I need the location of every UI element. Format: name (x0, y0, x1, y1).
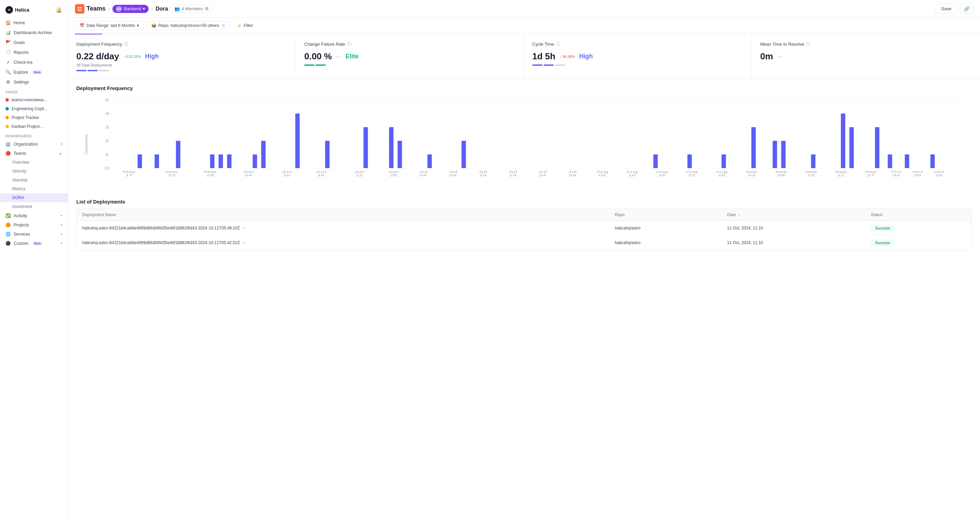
x-label-9: Jul (449, 170, 457, 174)
dashboard-header-organization[interactable]: 🏢Organization▾ (0, 139, 68, 149)
top-header: Teams › BA Backend ▾ › Dora 👥 4 Members … (68, 0, 980, 18)
x-label-13-day: 29 (569, 174, 576, 177)
sidebar-saved-items: teams>overviewa...Engineering Copil...Pr… (0, 96, 68, 131)
deploy-repo-0: haticahq/astro (609, 221, 722, 236)
saved-item-teams-overview[interactable]: teams>overviewa... (0, 96, 68, 104)
bar-2 (176, 141, 180, 168)
dashboard-header-custom[interactable]: ⚫CustomBeta▾ (0, 239, 68, 248)
bar-6 (253, 155, 257, 168)
table-row: haticahq-astro-84221b4ca8de4899d86d08fd3… (77, 236, 972, 250)
goals-label: Goals (14, 40, 25, 45)
sidebar-sub-overview[interactable]: Overview (0, 158, 68, 167)
x-label-8: Jul (419, 170, 427, 174)
sidebar-sub-metrics[interactable]: Metrics (0, 185, 68, 193)
bar-18 (751, 127, 756, 168)
sidebar-sub-dora[interactable]: DORA (0, 193, 68, 202)
sidebar-item-settings[interactable]: ⚙Settings (0, 77, 68, 87)
mean-time-resolve-info[interactable]: ⓘ (806, 41, 810, 47)
deploy-link-0[interactable]: haticahq-astro-84221b4ca8de4899d86d08fd3… (82, 226, 240, 230)
bar-24 (875, 127, 880, 168)
cycle-time-info[interactable]: ⓘ (556, 41, 560, 47)
sidebar-dashboard-items: 🏢Organization▾🔴Teams▲OverviewVelocitySta… (0, 139, 68, 248)
page-content: Deployment Frequency ⓘ 0.22 d/day ↑ 633.… (68, 34, 980, 523)
date-range-filter[interactable]: 📅 Date Range: last 6 Months ▾ (75, 21, 143, 30)
x-label-15-day: 10 (628, 174, 636, 177)
change-failure-rate-badge: Elite (345, 52, 358, 61)
deploy-link-1[interactable]: haticahq-astro-84221b4ca8de4899d86d08fd3… (82, 240, 240, 245)
x-label-16: Aug (656, 170, 668, 174)
backend-badge[interactable]: BA Backend ▾ (113, 5, 149, 13)
deployment-frequency-indicator (76, 70, 288, 71)
sidebar-sub-standup[interactable]: Standup (0, 175, 68, 185)
sidebar-sub-investment[interactable]: Investment (0, 202, 68, 211)
change-failure-rate-ind-0 (304, 64, 315, 66)
dashboard-header-teams[interactable]: 🔴Teams▲ (0, 149, 68, 158)
sidebar-item-checkins[interactable]: ✓Check-ins (0, 57, 68, 67)
deployment-frequency-info[interactable]: ⓘ (124, 41, 128, 47)
members-badge: 👥 4 Members ⚙ (171, 5, 213, 13)
change-failure-rate-value: 0.00 % (304, 51, 332, 62)
kanban-dot (5, 125, 9, 128)
teams-label: Teams (14, 151, 26, 156)
mean-time-resolve-trend: ---- (777, 54, 783, 59)
backend-avatar: BA (116, 6, 122, 12)
repo-clear-button[interactable]: ✕ (222, 23, 225, 28)
metrics-label: Metrics (12, 187, 25, 191)
dashboard-header-projects[interactable]: 🟠Projects▾ (0, 220, 68, 230)
x-label-3-day: 04 (245, 174, 252, 177)
explore-icon: 🔍 (5, 70, 11, 75)
x-label-20: Sep (775, 170, 787, 174)
deployment-frequency-sub: 39 Total Deployments (76, 63, 288, 67)
dashboard-header-activity[interactable]: ✅Activity▾ (0, 211, 68, 220)
saved-item-project-tracker[interactable]: Project Tracker (0, 113, 68, 122)
bar-21 (811, 155, 815, 168)
cycle-time-indicator (532, 64, 743, 66)
deployments-table: Deployment Name Repo Date ↓ Status hatic… (77, 209, 972, 250)
metric-card-deployment-frequency: Deployment Frequency ⓘ 0.22 d/day ↑ 633.… (68, 34, 296, 78)
x-label-3: Jun (243, 170, 253, 174)
sidebar-item-dashboards[interactable]: 📊Dashboards Archive (0, 28, 68, 38)
bar-23 (850, 127, 854, 168)
saved-item-engineering[interactable]: Engineering Copil... (0, 104, 68, 113)
projects-icon: 🟠 (5, 222, 11, 227)
x-label-10-day: 14 (479, 174, 487, 177)
save-button[interactable]: Save (935, 4, 957, 14)
change-failure-rate-info[interactable]: ⓘ (347, 41, 351, 47)
engineering-label: Engineering Copil... (11, 106, 48, 111)
project-tracker-label: Project Tracker (11, 115, 39, 120)
breadcrumb-sep-1: › (108, 6, 110, 11)
x-label-17-day: 22 (688, 174, 695, 177)
backend-label: Backend (124, 6, 141, 11)
settings-gear-icon[interactable]: ⚙ (205, 6, 209, 11)
cycle-time-value: 1d 5h (532, 51, 555, 62)
mean-time-resolve-main: 0m ---- (760, 51, 972, 62)
x-label-6-day: 22 (355, 174, 363, 177)
saved-item-kanban[interactable]: Kanban Project... (0, 122, 68, 131)
deployment-frequency-badge: High (145, 52, 159, 61)
share-link-button[interactable]: 🔗 (960, 4, 973, 14)
services-icon: 🌐 (5, 231, 11, 237)
x-label-15: Aug (626, 170, 638, 174)
dashboards-icon: 📊 (5, 30, 11, 35)
col-date[interactable]: Date ↓ (722, 209, 865, 221)
sidebar-item-explore[interactable]: 🔍ExploreBeta (0, 67, 68, 77)
date-range-chevron: ▾ (137, 23, 139, 28)
metrics-row: Deployment Frequency ⓘ 0.22 d/day ↑ 633.… (68, 34, 980, 78)
notification-icon[interactable]: 🔔 (56, 6, 62, 13)
x-label-22: Sep (835, 170, 847, 174)
x-label-24: Oct (891, 170, 902, 174)
deploy-date-0: 11 Oct, 2024, 11:10 (722, 221, 865, 236)
sidebar-sub-velocity[interactable]: Velocity (0, 167, 68, 175)
sidebar-item-goals[interactable]: 🚩Goals (0, 38, 68, 48)
repo-filter[interactable]: 📦 Repo: haticahq/chrono+58 others ✕ (147, 21, 230, 30)
x-label-5-day: 16 (317, 174, 325, 177)
x-label-19-day: 03 (748, 174, 755, 177)
change-failure-rate-main: 0.00 % ---- Elite (304, 51, 515, 62)
filter-button[interactable]: ⚡ Filter (233, 21, 256, 30)
sidebar-item-home[interactable]: 🏠Home (0, 18, 68, 28)
sidebar-item-reports[interactable]: 📄Reports (0, 48, 68, 57)
y-label-3: 3 (105, 126, 109, 129)
dashboard-header-services[interactable]: 🌐Services▾ (0, 230, 68, 239)
metric-card-cycle-time: Cycle Time ⓘ 1d 5h ↓ 96.98% High (524, 34, 752, 78)
dashboards-label: Dashboards Archive (14, 30, 52, 35)
